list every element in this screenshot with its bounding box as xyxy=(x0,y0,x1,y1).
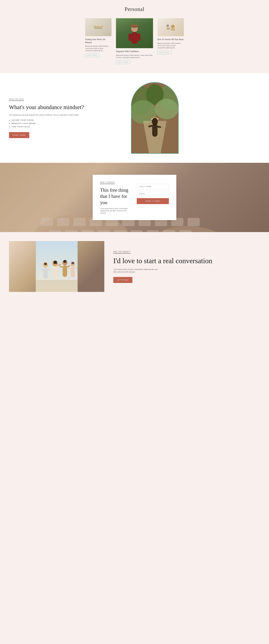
svg-rect-50 xyxy=(179,230,192,232)
svg-rect-65 xyxy=(49,267,53,268)
svg-rect-9 xyxy=(137,34,140,41)
blog-section: Personal Finding Your Work Life Balance … xyxy=(0,0,269,73)
svg-rect-68 xyxy=(55,263,57,264)
freebie-description: Lorem ipsum dolor sit amet, consectetuer… xyxy=(100,208,132,214)
freebie-submit-button[interactable]: SEND IT NOW! xyxy=(137,198,169,204)
desk-items-icon xyxy=(165,23,177,32)
svg-rect-26 xyxy=(152,124,157,136)
svg-rect-13 xyxy=(171,28,175,30)
conversation-tag: ARE YOU READY? xyxy=(113,251,131,254)
svg-rect-64 xyxy=(53,266,57,278)
freebie-card-inner: DON'T FORGET This free thing that I have… xyxy=(100,181,169,214)
quiz-start-button[interactable]: START HERE xyxy=(9,132,29,138)
email-input[interactable] xyxy=(137,191,169,196)
quiz-scene-illustration xyxy=(131,82,178,154)
svg-rect-79 xyxy=(68,268,71,269)
blog-image-2 xyxy=(116,18,153,48)
quiz-image-fill xyxy=(131,82,178,153)
svg-rect-73 xyxy=(63,265,67,277)
svg-rect-3 xyxy=(95,25,101,26)
blog-card-2: Negotiate With Confidence Maecenas fauci… xyxy=(116,18,153,64)
conversation-photo xyxy=(9,241,104,292)
site-title: Personal xyxy=(9,6,260,12)
svg-rect-44 xyxy=(81,230,94,232)
blog-card-1-read-more[interactable]: READ MORE xyxy=(85,54,99,57)
blog-image-1 xyxy=(85,18,111,36)
svg-rect-45 xyxy=(98,230,110,232)
conversation-content: ARE YOU READY? I'd love to start a real … xyxy=(113,250,260,283)
books-icon xyxy=(92,23,104,32)
freebie-tag: DON'T FORGET xyxy=(100,182,115,184)
svg-rect-11 xyxy=(167,28,170,30)
quiz-image-area xyxy=(131,82,257,154)
svg-rect-58 xyxy=(47,269,51,270)
quiz-section: TAKE THE QUIZ What's your abundance mind… xyxy=(0,73,269,163)
blog-card-1: Finding Your Work Life Balance Maecenas … xyxy=(85,18,111,64)
freebie-form: SEND IT NOW! xyxy=(137,184,169,204)
blog-card-3: How To Switch Off Your Brain Maecenas fa… xyxy=(158,18,184,64)
blog-card-3-read-more[interactable]: READ MORE xyxy=(158,51,172,54)
blog-grid: Finding Your Work Life Balance Maecenas … xyxy=(85,18,184,64)
svg-rect-57 xyxy=(40,269,43,270)
freebie-heading: This free thing that I have for you xyxy=(100,187,132,206)
quiz-content: TAKE THE QUIZ What's your abundance mind… xyxy=(9,98,122,138)
blog-card-1-title: Finding Your Work Life Balance xyxy=(85,38,111,44)
svg-rect-53 xyxy=(36,280,78,292)
freebie-card: DON'T FORGET This free thing that I have… xyxy=(93,175,176,220)
blog-card-2-title: Negotiate With Confidence xyxy=(116,50,153,53)
svg-rect-74 xyxy=(60,266,63,268)
quiz-list-item-2: MANIFEST YOUR DREAM xyxy=(9,122,122,124)
svg-rect-48 xyxy=(147,230,159,232)
svg-rect-46 xyxy=(114,230,126,232)
lets-talk-button[interactable]: LET'S TALK xyxy=(113,277,132,283)
svg-rect-2 xyxy=(95,28,102,29)
svg-rect-67 xyxy=(54,263,55,264)
quiz-image xyxy=(131,82,179,154)
first-name-input[interactable] xyxy=(137,184,169,190)
svg-rect-42 xyxy=(49,230,61,232)
svg-rect-56 xyxy=(43,268,48,279)
svg-rect-33 xyxy=(57,218,69,226)
svg-point-72 xyxy=(63,260,66,263)
svg-point-12 xyxy=(171,25,175,28)
freebie-text: DON'T FORGET This free thing that I have… xyxy=(100,181,132,214)
blog-card-1-excerpt: Maecenas faucibus mollis interdum. Lorem… xyxy=(85,45,111,52)
freebie-section: DON'T FORGET This free thing that I have… xyxy=(0,163,269,232)
quiz-list-item-1: SECURE YOUR VISION xyxy=(9,119,122,121)
svg-rect-6 xyxy=(130,26,139,27)
blog-image-3 xyxy=(158,18,184,36)
people-group-illustration xyxy=(9,241,104,292)
blog-card-3-excerpt: Maecenas faucibus mollis interdum. Lorem… xyxy=(158,42,184,49)
conversation-description: Lorem ipsum dolor sit amet, consectetuer… xyxy=(113,268,161,273)
svg-rect-0 xyxy=(93,26,104,28)
svg-rect-7 xyxy=(131,32,138,44)
svg-point-21 xyxy=(155,99,178,119)
blog-card-2-excerpt: Maecenas faucibus mollis interdum. Lorem… xyxy=(116,54,153,59)
conversation-heading: I'd love to start a real conversation xyxy=(113,256,260,265)
blog-card-3-title: How To Switch Off Your Brain xyxy=(158,38,184,41)
quiz-list: SECURE YOUR VISION MANIFEST YOUR DREAM F… xyxy=(9,119,122,128)
conversation-image xyxy=(9,241,104,292)
quiz-description: This sample quiz was built using the fre… xyxy=(9,114,122,116)
svg-point-77 xyxy=(71,262,74,264)
svg-rect-34 xyxy=(73,218,86,226)
blog-card-2-read-more[interactable]: READ MORE xyxy=(116,60,130,64)
svg-rect-43 xyxy=(65,230,77,232)
woman-hat-icon xyxy=(126,20,143,47)
svg-rect-49 xyxy=(163,230,175,232)
svg-rect-15 xyxy=(167,25,168,26)
quiz-list-item-3: FIND YOUR FOCUS xyxy=(9,126,122,128)
svg-rect-8 xyxy=(129,34,132,41)
svg-rect-41 xyxy=(188,218,200,226)
quiz-tag: TAKE THE QUIZ xyxy=(9,98,24,101)
svg-rect-32 xyxy=(41,218,53,226)
svg-rect-78 xyxy=(71,267,75,278)
conversation-section: ARE YOU READY? I'd love to start a real … xyxy=(0,232,269,301)
svg-rect-47 xyxy=(130,230,143,232)
quiz-heading: What's your abundance mindset? xyxy=(9,104,122,111)
svg-point-27 xyxy=(152,118,158,125)
